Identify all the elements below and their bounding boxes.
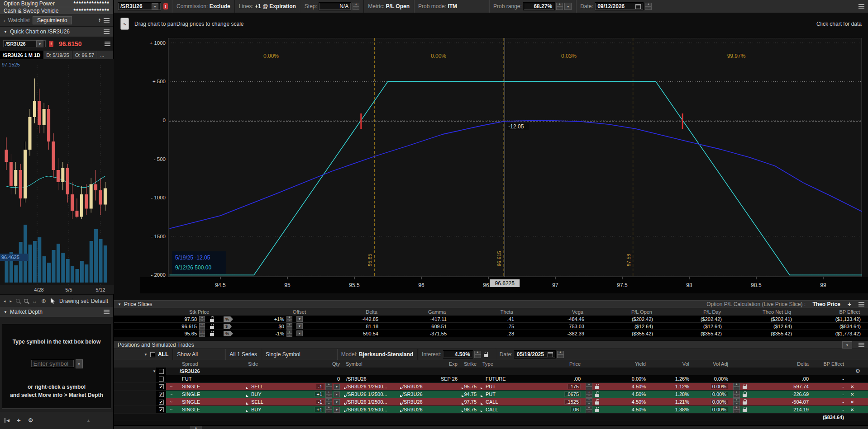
gear-icon[interactable]: ⚙ [855,368,860,374]
chevron-down-icon[interactable]: ▼ [296,316,303,322]
step-stepper[interactable]: +− [353,3,359,10]
expand-horizontal-icon[interactable]: ↔ [32,298,37,304]
calc-value[interactable]: Theo Price [812,301,840,307]
vol-adj-cell[interactable]: 0.00% [693,375,732,382]
side-cell[interactable]: SELL [246,383,312,390]
analyze-icon[interactable]: ~ [166,384,172,389]
sim-date-input[interactable]: 05/19/2025 [514,350,556,358]
unlock-icon[interactable] [743,409,747,412]
chevron-down-icon[interactable]: ▼ [4,310,7,314]
stepper[interactable]: +− [325,391,332,398]
horizontal-scrollbar[interactable]: ▲ [114,425,868,429]
menu-icon[interactable] [858,302,864,306]
scroll-up-icon[interactable]: ▲ [86,418,91,423]
price-value[interactable]: .06 [570,407,581,412]
slice-offset-value[interactable]: +1% [239,316,285,322]
slice-price-value[interactable]: 97.58 [114,316,198,322]
close-cell[interactable]: ✕ [848,398,868,405]
stepper[interactable]: +− [586,398,592,405]
stepper[interactable]: +− [286,316,295,322]
md-symbol-input[interactable] [31,359,74,368]
close-cell[interactable]: ✕ [848,383,868,390]
lines-value[interactable]: +1 @ Expiration [255,3,296,9]
unlock-icon[interactable] [743,386,747,389]
checkbox-cell[interactable]: ✓ [156,383,166,390]
checkbox-cell[interactable]: ✓ [156,406,166,413]
unit-badge[interactable]: % [219,330,239,336]
stepper[interactable]: +− [325,383,332,390]
checkbox-cell[interactable]: ✓ [156,398,166,405]
stepper[interactable]: +− [586,383,592,390]
side-cell[interactable] [246,375,312,382]
stepper[interactable]: +− [286,323,295,330]
symbol-mode-dropdown[interactable]: Single Symbol [266,351,300,358]
show-all-dropdown[interactable]: Show All [177,351,198,358]
chevron-down-icon[interactable]: ▼ [334,384,340,390]
calendar-icon[interactable] [548,352,553,357]
chevron-down-icon[interactable]: ▼ [334,399,340,405]
price-controls[interactable]: +− [584,383,606,390]
collapse-left-icon[interactable]: ◀ [5,418,10,423]
chevron-down-icon[interactable]: ▼ [36,40,43,47]
qty-value[interactable]: +1 [315,391,324,397]
stepper[interactable]: +− [286,330,295,337]
stepper[interactable]: +− [199,323,207,330]
price-value[interactable]: .1525 [564,399,581,405]
page-right-icon[interactable]: ▸ [10,299,12,303]
date-stepper[interactable]: +− [645,3,652,10]
prob-mode-value[interactable]: ITM [448,3,457,9]
chevron-down-icon[interactable]: ▼ [334,407,340,413]
side-cell[interactable]: SELL [246,398,312,405]
row-checkbox[interactable]: ✓ [159,407,164,412]
vol-adj-cell[interactable]: 0.00% [693,391,732,398]
vol-adj-value[interactable]: 0.00% [711,399,728,405]
menu-icon[interactable] [104,310,110,314]
vol-adj-cell[interactable]: 0.00% [693,398,732,405]
scroll-button[interactable]: ▲ [190,426,202,429]
stepper[interactable]: +− [733,383,740,390]
menu-icon[interactable] [858,343,864,347]
close-icon[interactable]: ✕ [848,400,854,405]
close-cell[interactable]: ✕ [848,406,868,413]
quick-chart-header[interactable]: ▼ Quick Chart on /SR3U26 [0,27,113,37]
step-input[interactable]: N/A [319,2,351,10]
all-checkbox[interactable] [150,352,155,357]
price-cell[interactable]: .00 [534,375,584,382]
series-dropdown[interactable]: All 1 Series [229,351,257,358]
qty-value[interactable]: +1 [315,407,324,412]
stepper[interactable]: +− [733,391,740,398]
type-cell[interactable]: FUTURE [480,375,534,382]
type-cell[interactable]: CALL [480,406,534,413]
chart-style-icon[interactable]: ∿ [120,18,129,30]
stepper[interactable]: +− [199,316,207,322]
unlock-icon[interactable] [595,401,599,405]
strike-cell[interactable] [461,375,480,382]
price-value[interactable]: .0675 [564,391,581,397]
page-left-icon[interactable]: ◂ [4,299,6,303]
price-cell[interactable]: .175 [534,383,584,390]
qty-cell[interactable]: -1+−▼ [312,383,343,390]
qty-value[interactable]: -1 [316,399,324,405]
menu-icon[interactable] [858,4,864,9]
quick-chart-canvas[interactable]: 97.152596.46254/285/55/12 [0,59,113,294]
unlock-icon[interactable] [743,401,747,405]
add-icon[interactable]: + [17,416,21,424]
unlock-icon[interactable] [210,333,214,336]
chevron-down-icon[interactable]: ▼ [4,30,7,34]
stepper[interactable]: +− [733,406,740,413]
price-controls[interactable]: +− [584,398,606,405]
chevron-down-icon[interactable]: ▼ [118,302,121,306]
stepper[interactable]: +− [586,406,592,413]
qty-cell[interactable]: +1+−▼ [312,406,343,413]
chevron-down-icon[interactable]: ▼ [144,353,148,357]
quick-chart-svg[interactable]: 97.152596.46254/285/55/12 [0,59,114,294]
type-cell[interactable]: PUT [480,391,534,398]
unlock-icon[interactable] [595,409,599,412]
unlock-icon[interactable] [595,394,599,397]
stepper[interactable]: +− [733,398,740,405]
prob-range-input[interactable]: 68.27% [523,2,555,10]
stepper[interactable]: +− [199,330,207,337]
qty-cell[interactable]: -1+−▼ [312,398,343,405]
alert-icon[interactable]: ! [49,41,53,47]
market-depth-header[interactable]: ▼ Market Depth [0,307,113,317]
